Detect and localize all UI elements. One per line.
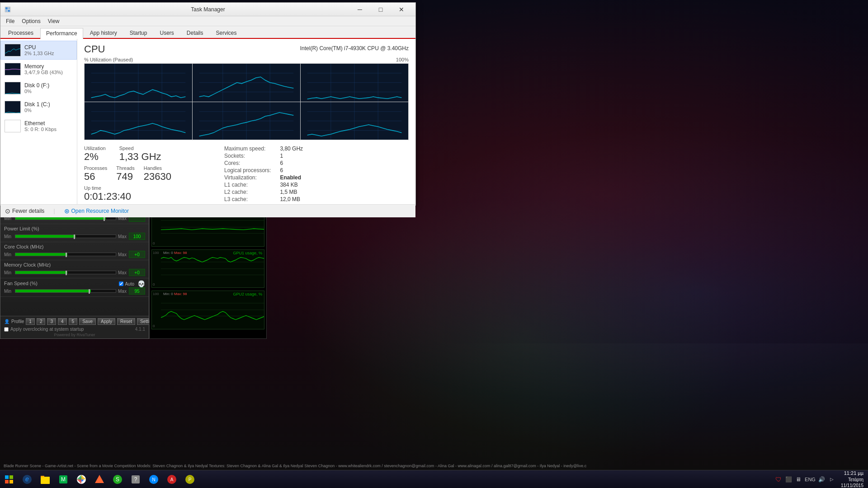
memory-usage: 3,4/7,9 GB (43%) — [24, 70, 63, 75]
core-clock-track[interactable] — [15, 253, 116, 256]
start-button[interactable] — [0, 470, 18, 488]
ethernet-sparkline — [5, 120, 21, 132]
max-speed-value: 3,80 GHz — [280, 145, 303, 152]
fan-speed-min-label: Min — [4, 289, 13, 294]
memory-clock-value: +0 — [129, 269, 145, 276]
monitor-icon[interactable]: 🖥 — [795, 476, 802, 483]
l1-value: 384 KB — [280, 182, 303, 188]
fan-speed-track[interactable] — [15, 289, 116, 293]
stats-area: Utilization 2% Speed 1,33 GHz Processes — [84, 145, 409, 202]
profile-3-btn[interactable]: 3 — [47, 318, 56, 325]
tab-app-history[interactable]: App history — [84, 28, 123, 38]
disk0-name: Disk 0 (F:) — [24, 82, 49, 89]
svg-text:e: e — [25, 475, 29, 483]
disk0-sidebar-text: Disk 0 (F:) 0% — [24, 82, 49, 94]
disk1-usage: 0% — [24, 108, 50, 113]
separator: | — [53, 208, 55, 214]
memory-clock-track[interactable] — [15, 271, 116, 274]
sidebar-item-disk0[interactable]: Disk 0 (F:) 0% — [0, 79, 77, 98]
cpu-header: CPU Intel(R) Core(TM) i7-4930K CPU @ 3.4… — [84, 43, 409, 55]
tab-services[interactable]: Services — [210, 28, 243, 38]
menubar: File Options View — [0, 16, 415, 26]
profile-icon: 👤 — [4, 319, 9, 324]
version-label: 4.1.1 — [135, 327, 145, 332]
taskbar-icon-ie[interactable]: e — [18, 470, 36, 488]
gpu1-y-axis: 100 0 — [152, 250, 161, 288]
main-body: CPU 2% 1,33 GHz Memory 3,4/7,9 GB (4 — [0, 39, 415, 204]
l2-label: L2 cache: — [224, 189, 271, 195]
util-speed-row: Utilization 2% Speed 1,33 GHz — [84, 145, 211, 163]
svg-rect-67 — [9, 480, 13, 483]
fan-auto-checkbox[interactable] — [119, 282, 123, 286]
network-icon[interactable]: ⬛ — [785, 476, 792, 483]
taskbar-icon-app9[interactable]: A — [163, 470, 181, 488]
memory-sidebar-text: Memory 3,4/7,9 GB (43%) — [24, 63, 63, 75]
tab-startup[interactable]: Startup — [124, 28, 153, 38]
tab-processes[interactable]: Processes — [2, 28, 39, 38]
taskbar-icon-chrome[interactable] — [72, 470, 90, 488]
cores-value: 6 — [280, 160, 303, 166]
sidebar-item-cpu[interactable]: CPU 2% 1,33 GHz — [0, 41, 77, 60]
disk1-name: Disk 1 (C:) — [24, 101, 50, 108]
tab-performance[interactable]: Performance — [40, 28, 83, 39]
power-limit-min-label: Min — [4, 234, 13, 239]
profile-5-btn[interactable]: 5 — [69, 318, 78, 325]
speaker-icon[interactable]: ▷ — [828, 476, 835, 483]
memory-clock-section: Memory Clock (MHz) Min Max +0 — [0, 260, 149, 278]
svg-rect-65 — [9, 475, 13, 479]
sidebar-item-disk1[interactable]: Disk 1 (C:) 0% — [0, 98, 77, 117]
taskbar-icon-app6[interactable]: S — [108, 470, 127, 488]
file-menu[interactable]: File — [2, 17, 18, 25]
fewer-details-btn[interactable]: ⊙ Fewer details — [5, 207, 44, 215]
close-button[interactable]: ✕ — [391, 3, 412, 16]
power-limit-track[interactable] — [15, 235, 116, 238]
options-menu[interactable]: Options — [18, 17, 44, 25]
sidebar: CPU 2% 1,33 GHz Memory 3,4/7,9 GB (4 — [0, 39, 77, 204]
open-resource-monitor-link[interactable]: Open Resource Monitor — [71, 208, 129, 214]
taskbar-icon-app5[interactable] — [90, 470, 108, 488]
view-menu[interactable]: View — [44, 17, 63, 25]
fan-speed-thumb — [89, 289, 90, 294]
graph-header: % Utilization (Paused) 100% — [84, 57, 409, 62]
volume-icon[interactable]: 🔊 — [818, 476, 826, 483]
core-clock-value: +0 — [129, 251, 145, 258]
apply-btn[interactable]: Apply — [98, 318, 115, 325]
sidebar-item-memory[interactable]: Memory 3,4/7,9 GB (43%) — [0, 60, 77, 79]
time-display: 11:21 µµ — [841, 470, 863, 476]
gpu2-usage-chart: 100 0 Min: 0 Max: 98 GPU2 usage, % — [151, 291, 264, 329]
disk1-sidebar-text: Disk 1 (C:) 0% — [24, 101, 50, 113]
fan-auto-toggle: Auto 💀 — [119, 280, 145, 287]
clock-area[interactable]: 11:21 µµ Τετάρτη 11/11/2015 — [841, 470, 863, 488]
profile-4-btn[interactable]: 4 — [58, 318, 67, 325]
threads-stat: Threads 749 — [116, 165, 134, 183]
proc-thread-handle-row: Processes 56 Threads 749 Handles 23630 — [84, 165, 211, 183]
taskbar-icon-app7[interactable]: ? — [127, 470, 145, 488]
maximize-button[interactable]: □ — [370, 3, 391, 16]
day-display: Τετάρτη — [841, 477, 863, 483]
startup-checkbox[interactable] — [4, 327, 9, 332]
bottom-credits: Blade Runner Scene - Game-Artist.net - S… — [0, 463, 868, 469]
taskbar-icon-app10[interactable]: P — [181, 470, 199, 488]
taskbar-icon-explorer[interactable] — [36, 470, 54, 488]
graph-label: % Utilization (Paused) — [84, 57, 133, 62]
minimize-button[interactable]: ─ — [349, 3, 370, 16]
profile-1-btn[interactable]: 1 — [26, 318, 35, 325]
processes-stat: Processes 56 — [84, 165, 107, 183]
svg-rect-66 — [5, 480, 9, 483]
profile-2-btn[interactable]: 2 — [37, 318, 46, 325]
taskbar-icon-app8[interactable]: N — [145, 470, 163, 488]
cpu-name: CPU — [24, 44, 54, 51]
sidebar-item-ethernet[interactable]: Ethernet S: 0 R: 0 Kbps — [0, 117, 77, 136]
reset-btn[interactable]: Reset — [117, 318, 135, 325]
memory-clock-max-label: Max — [118, 270, 127, 275]
antivirus-icon[interactable]: 🛡 — [775, 476, 782, 483]
save-btn[interactable]: Save — [79, 318, 96, 325]
taskbar-icon-app3[interactable]: M — [54, 470, 72, 488]
core-clock-section: Core Clock (MHz) Min Max +0 — [0, 242, 149, 260]
disk1-sparkline — [5, 101, 21, 113]
fan-speed-max-label: Max — [118, 289, 127, 294]
cpu-model-label: Intel(R) Core(TM) i7-4930K CPU @ 3.40GHz — [300, 45, 409, 52]
cpu-title: CPU — [84, 43, 105, 55]
tab-details[interactable]: Details — [181, 28, 209, 38]
tab-users[interactable]: Users — [154, 28, 179, 38]
